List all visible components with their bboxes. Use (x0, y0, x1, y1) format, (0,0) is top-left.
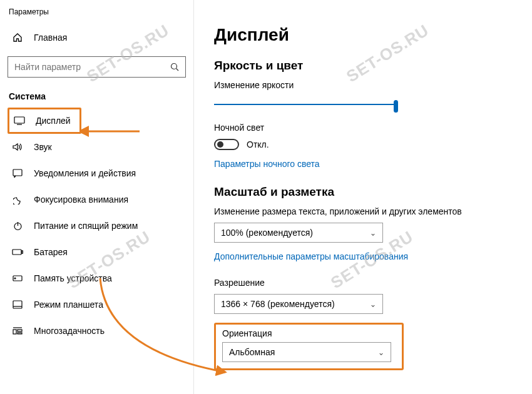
sound-icon (10, 143, 25, 151)
multitask-icon (10, 327, 25, 335)
night-light-label: Ночной свет (214, 123, 514, 133)
orientation-highlight: Ориентация Альбомная ⌃ (214, 323, 404, 370)
brightness-section-title: Яркость и цвет (214, 59, 514, 73)
sidebar-item-power[interactable]: Питание и спящий режим (8, 213, 186, 239)
brightness-slider[interactable] (214, 100, 396, 109)
orientation-value: Альбомная (229, 347, 275, 357)
sidebar-item-tablet[interactable]: Режим планшета (8, 291, 186, 318)
svg-rect-15 (18, 330, 22, 331)
tablet-icon (10, 300, 25, 309)
sidebar-item-sound[interactable]: Звук (8, 134, 186, 160)
scale-label: Изменение размера текста, приложений и д… (214, 206, 514, 216)
sidebar-item-notifications[interactable]: Уведомления и действия (8, 160, 186, 186)
svg-rect-16 (18, 333, 22, 334)
search-icon (170, 63, 180, 71)
sidebar-item-storage[interactable]: Память устройства (8, 265, 186, 291)
scale-value: 100% (рекомендуется) (221, 228, 313, 238)
sidebar-item-label: Многозадачность (25, 326, 105, 336)
display-icon (12, 116, 27, 125)
chevron-down-icon: ⌃ (370, 228, 376, 237)
sidebar-home-label: Главная (25, 33, 67, 43)
sidebar-home[interactable]: Главная (8, 24, 186, 51)
svg-line-1 (176, 69, 179, 71)
sidebar-item-label: Дисплей (27, 116, 71, 126)
notifications-icon (10, 169, 25, 178)
search-input[interactable] (13, 61, 170, 73)
chevron-down-icon: ⌃ (378, 348, 384, 356)
sidebar: Параметры Главная Система (0, 0, 194, 394)
window-title: Параметры (8, 5, 186, 24)
sidebar-item-label: Уведомления и действия (25, 168, 136, 178)
svg-point-10 (14, 278, 16, 279)
sidebar-item-label: Звук (25, 142, 52, 152)
orientation-label: Ориентация (222, 328, 396, 338)
sidebar-item-focus[interactable]: Фокусировка внимания (8, 186, 186, 213)
svg-rect-4 (13, 169, 22, 176)
main-panel: Дисплей Яркость и цвет Изменение яркости… (194, 0, 532, 394)
sidebar-item-battery[interactable]: Батарея (8, 239, 186, 265)
power-icon (10, 221, 25, 231)
resolution-value: 1366 × 768 (рекомендуется) (221, 299, 335, 309)
night-light-toggle[interactable] (214, 139, 239, 150)
focus-icon (10, 195, 25, 205)
sidebar-item-display[interactable]: Дисплей (8, 108, 81, 134)
svg-rect-7 (13, 250, 21, 255)
brightness-label: Изменение яркости (214, 80, 514, 90)
battery-icon (10, 248, 25, 256)
sidebar-item-label: Фокусировка внимания (25, 194, 128, 205)
sidebar-item-label: Батарея (25, 247, 68, 257)
sidebar-item-label: Питание и спящий режим (25, 221, 138, 231)
svg-rect-14 (13, 330, 16, 334)
advanced-scaling-link[interactable]: Дополнительные параметры масштабирования (214, 251, 408, 261)
sidebar-item-multitask[interactable]: Многозадачность (8, 318, 186, 344)
sidebar-item-label: Режим планшета (25, 300, 103, 310)
resolution-label: Разрешение (214, 278, 514, 288)
chevron-down-icon: ⌃ (370, 300, 376, 308)
home-icon (10, 33, 25, 43)
svg-rect-11 (13, 301, 22, 308)
sidebar-section-label: Система (8, 89, 186, 108)
storage-icon (10, 274, 25, 283)
resolution-dropdown[interactable]: 1366 × 768 (рекомендуется) ⌃ (214, 294, 383, 314)
svg-rect-8 (22, 251, 23, 253)
night-light-state: Откл. (247, 139, 269, 149)
svg-point-0 (171, 64, 177, 69)
sidebar-item-label: Память устройства (25, 273, 112, 283)
scale-dropdown[interactable]: 100% (рекомендуется) ⌃ (214, 223, 383, 243)
orientation-dropdown[interactable]: Альбомная ⌃ (222, 342, 391, 362)
page-title: Дисплей (214, 25, 514, 45)
search-box[interactable] (8, 56, 186, 78)
scale-section-title: Масштаб и разметка (214, 185, 514, 199)
night-light-settings-link[interactable]: Параметры ночного света (214, 159, 320, 169)
svg-rect-2 (14, 117, 24, 123)
